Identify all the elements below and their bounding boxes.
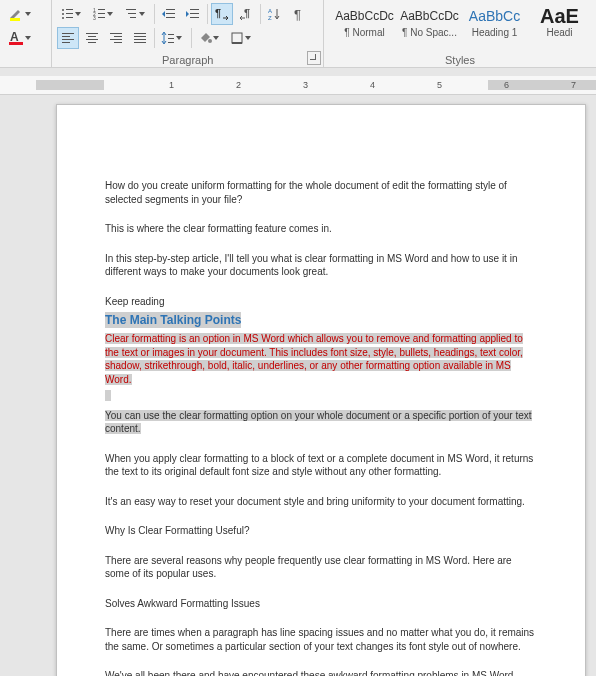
body-text[interactable]: Keep reading: [105, 295, 537, 309]
decrease-indent-button[interactable]: [158, 3, 180, 25]
svg-rect-37: [110, 33, 122, 34]
svg-rect-21: [190, 9, 199, 10]
paragraph-group-label: Paragraph: [52, 54, 323, 66]
rtl-direction-button[interactable]: ¶: [235, 3, 257, 25]
body-text[interactable]: We've all been there and have encountere…: [105, 669, 537, 676]
ruler-tick: 2: [236, 80, 241, 90]
pilcrow-icon: ¶: [292, 7, 306, 21]
show-paragraph-marks-button[interactable]: ¶: [288, 3, 310, 25]
line-spacing-button[interactable]: [158, 27, 188, 49]
svg-rect-12: [98, 13, 105, 14]
svg-rect-38: [114, 36, 122, 37]
styles-group: AaBbCcDc¶ NormalAaBbCcDc¶ No Spac...AaBb…: [324, 0, 596, 67]
style-gallery[interactable]: AaBbCcDc¶ NormalAaBbCcDc¶ No Spac...AaBb…: [328, 2, 592, 50]
body-text[interactable]: It's an easy way to reset your document …: [105, 495, 537, 509]
increase-indent-button[interactable]: [182, 3, 204, 25]
svg-rect-39: [110, 39, 122, 40]
paint-bucket-icon: [198, 31, 212, 45]
svg-point-3: [62, 9, 64, 11]
sort-icon: AZ: [267, 7, 281, 21]
svg-rect-42: [134, 36, 146, 37]
svg-rect-31: [62, 39, 74, 40]
svg-point-7: [62, 17, 64, 19]
style-name: ¶ No Spac...: [398, 27, 461, 38]
border-icon: [230, 31, 244, 45]
svg-rect-35: [86, 39, 98, 40]
style-preview: AaBbCc: [463, 5, 526, 27]
svg-rect-17: [130, 17, 136, 18]
highlighter-icon: [8, 6, 24, 22]
horizontal-ruler[interactable]: 1234567: [0, 76, 596, 95]
selected-empty-line[interactable]: [105, 390, 537, 405]
body-text[interactable]: This is where the clear formatting featu…: [105, 222, 537, 236]
increase-indent-icon: [186, 7, 200, 21]
font-group-partial: A: [0, 0, 52, 67]
style-item[interactable]: AaBbCcHeading 1: [462, 4, 527, 50]
svg-rect-0: [10, 18, 20, 21]
svg-rect-40: [114, 42, 122, 43]
paragraph-launcher[interactable]: [307, 51, 321, 65]
svg-rect-20: [166, 17, 175, 18]
svg-rect-4: [66, 9, 73, 10]
svg-rect-10: [98, 9, 105, 10]
body-text[interactable]: In this step-by-step article, I'll tell …: [105, 252, 537, 279]
body-text[interactable]: There are several reasons why people fre…: [105, 554, 537, 581]
align-justify-button[interactable]: [129, 27, 151, 49]
borders-button[interactable]: [227, 27, 257, 49]
body-text[interactable]: There are times when a paragraph has lin…: [105, 626, 537, 653]
ribbon: A 123: [0, 0, 596, 68]
multilevel-list-button[interactable]: [121, 3, 151, 25]
svg-rect-32: [62, 42, 70, 43]
align-left-button[interactable]: [57, 27, 79, 49]
svg-rect-43: [134, 39, 146, 40]
align-justify-icon: [133, 31, 147, 45]
svg-rect-18: [166, 9, 175, 10]
heading-selected[interactable]: The Main Talking Points: [105, 312, 537, 328]
svg-point-5: [62, 13, 64, 15]
document-page[interactable]: How do you create uniform formatting for…: [56, 104, 586, 676]
font-color[interactable]: A: [5, 27, 41, 49]
style-name: ¶ Normal: [333, 27, 396, 38]
text-highlight-color[interactable]: [5, 3, 41, 25]
align-right-button[interactable]: [105, 27, 127, 49]
svg-rect-36: [88, 42, 96, 43]
svg-rect-19: [166, 13, 175, 14]
body-text[interactable]: How do you create uniform formatting for…: [105, 179, 537, 206]
svg-rect-49: [232, 33, 242, 43]
svg-rect-16: [128, 13, 136, 14]
svg-rect-47: [168, 42, 174, 43]
style-item[interactable]: AaBbCcDc¶ Normal: [332, 4, 397, 50]
style-preview: AaE: [528, 5, 591, 27]
bullets-button[interactable]: [57, 3, 87, 25]
sort-button[interactable]: AZ: [264, 3, 286, 25]
style-item[interactable]: AaBbCcDc¶ No Spac...: [397, 4, 462, 50]
svg-text:¶: ¶: [244, 7, 250, 19]
align-right-icon: [109, 31, 123, 45]
shading-button[interactable]: [195, 27, 225, 49]
svg-rect-2: [9, 42, 23, 45]
svg-rect-34: [88, 36, 96, 37]
ltr-direction-button[interactable]: ¶: [211, 3, 233, 25]
selected-gray-text[interactable]: You can use the clear formatting option …: [105, 409, 537, 436]
ruler-tick: 3: [303, 80, 308, 90]
document-area: 1234567 How do you create uniform format…: [0, 68, 596, 676]
svg-text:¶: ¶: [215, 7, 221, 19]
align-center-button[interactable]: [81, 27, 103, 49]
svg-text:A: A: [268, 8, 272, 14]
ruler-tick: 1: [169, 80, 174, 90]
numbering-button[interactable]: 123: [89, 3, 119, 25]
svg-rect-29: [62, 33, 74, 34]
sub-heading[interactable]: Why Is Clear Formatting Useful?: [105, 524, 537, 538]
font-color-icon: A: [8, 30, 24, 46]
ruler-tick: 7: [571, 80, 576, 90]
svg-rect-23: [190, 17, 199, 18]
svg-text:Z: Z: [268, 15, 272, 21]
multilevel-list-icon: [124, 7, 138, 21]
selected-red-text[interactable]: Clear formatting is an option in MS Word…: [105, 332, 537, 386]
body-text[interactable]: When you apply clear formatting to a blo…: [105, 452, 537, 479]
svg-rect-44: [134, 42, 146, 43]
line-spacing-icon: [161, 31, 175, 45]
sub-heading[interactable]: Solves Awkward Formatting Issues: [105, 597, 537, 611]
style-item[interactable]: AaEHeadi: [527, 4, 592, 50]
svg-rect-45: [168, 34, 174, 35]
